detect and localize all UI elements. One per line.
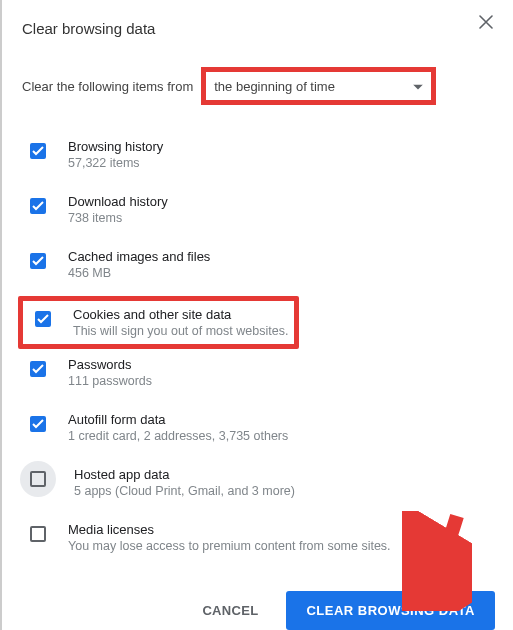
item-label: Download history: [68, 194, 499, 209]
item-label: Cookies and other site data: [73, 307, 290, 322]
item-sub: 456 MB: [68, 266, 499, 280]
item-cookies: Cookies and other site data This will si…: [27, 307, 290, 338]
checkbox-cached-images[interactable]: [30, 253, 46, 269]
timerange-prefix: Clear the following items from: [22, 79, 193, 94]
item-sub: 57,322 items: [68, 156, 499, 170]
item-sub: This will sign you out of most websites.: [73, 324, 290, 338]
item-sub: 5 apps (Cloud Print, Gmail, and 3 more): [74, 484, 499, 498]
item-media-licenses: Media licenses You may lose access to pr…: [22, 514, 499, 569]
item-sub: You may lose access to premium content f…: [68, 539, 499, 553]
checkbox-download-history[interactable]: [30, 198, 46, 214]
item-label: Browsing history: [68, 139, 499, 154]
item-label: Hosted app data: [74, 467, 499, 482]
timerange-select[interactable]: the beginning of time: [201, 67, 436, 105]
items-list: Browsing history 57,322 items Download h…: [22, 131, 499, 569]
dialog-actions: CANCEL CLEAR BROWSING DATA: [22, 591, 499, 630]
checkbox-autofill[interactable]: [30, 416, 46, 432]
item-label: Cached images and files: [68, 249, 499, 264]
checkbox-hosted-app[interactable]: [30, 471, 46, 487]
timerange-value: the beginning of time: [214, 79, 335, 94]
item-sub: 738 items: [68, 211, 499, 225]
checkbox-browsing-history[interactable]: [30, 143, 46, 159]
item-browsing-history: Browsing history 57,322 items: [22, 131, 499, 186]
checkbox-passwords[interactable]: [30, 361, 46, 377]
chevron-down-icon: [413, 79, 423, 94]
item-passwords: Passwords 111 passwords: [22, 349, 499, 404]
item-hosted-app: Hosted app data 5 apps (Cloud Print, Gma…: [22, 459, 499, 514]
item-download-history: Download history 738 items: [22, 186, 499, 241]
item-cached-images: Cached images and files 456 MB: [22, 241, 499, 296]
clear-browsing-data-button[interactable]: CLEAR BROWSING DATA: [286, 591, 495, 630]
dialog-title: Clear browsing data: [22, 20, 499, 37]
cookies-highlight-annotation: Cookies and other site data This will si…: [18, 296, 299, 349]
item-label: Autofill form data: [68, 412, 499, 427]
item-sub: 1 credit card, 2 addresses, 3,735 others: [68, 429, 499, 443]
cancel-button[interactable]: CANCEL: [184, 591, 276, 630]
checkbox-hosted-app-hover[interactable]: [20, 461, 56, 497]
item-label: Media licenses: [68, 522, 499, 537]
close-icon[interactable]: [479, 15, 493, 29]
item-sub: 111 passwords: [68, 374, 499, 388]
timerange-row: Clear the following items from the begin…: [22, 67, 499, 105]
item-label: Passwords: [68, 357, 499, 372]
item-autofill: Autofill form data 1 credit card, 2 addr…: [22, 404, 499, 459]
checkbox-media-licenses[interactable]: [30, 526, 46, 542]
clear-browsing-data-dialog: Clear browsing data Clear the following …: [0, 0, 513, 630]
checkbox-cookies[interactable]: [35, 311, 51, 327]
